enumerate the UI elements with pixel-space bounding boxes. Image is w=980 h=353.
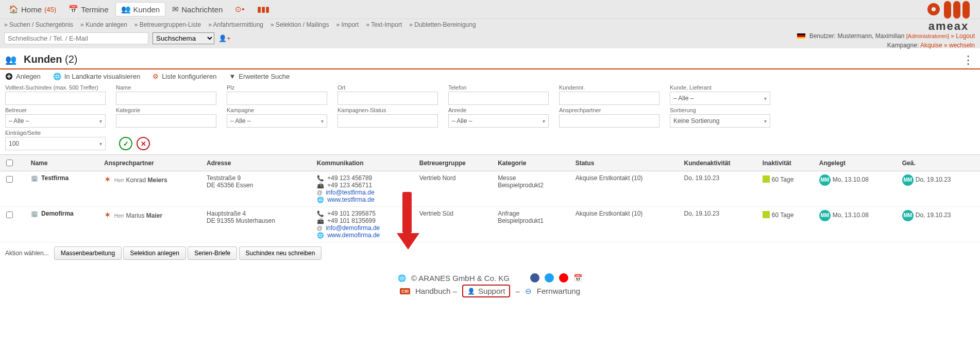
mail-icon: ✉ xyxy=(172,5,179,14)
users-icon: 👥 xyxy=(121,5,131,14)
tab-kunden[interactable]: 👥 Kunden xyxy=(115,2,166,16)
filter-select[interactable]: – Alle – xyxy=(448,114,549,128)
star-icon: ✶ xyxy=(104,175,111,184)
filter-select[interactable]: – Alle – xyxy=(227,114,327,128)
subnav-item[interactable]: » Selektion / Mailings xyxy=(271,21,329,28)
filter-label: Telefon xyxy=(448,84,549,91)
twitter-icon[interactable] xyxy=(545,273,554,283)
anlegen-button[interactable]: Anlegen xyxy=(5,73,41,80)
subnav-item[interactable]: » Import xyxy=(336,21,359,28)
table-row[interactable]: 🏢 Demofirma✶ Herr Marius MaierHauptstraß… xyxy=(0,207,980,242)
quick-search-input[interactable] xyxy=(4,32,148,44)
landkarte-button[interactable]: 🌐 In Landkarte visualisieren xyxy=(53,73,140,80)
filter-label: Plz xyxy=(227,84,327,91)
filter-input[interactable] xyxy=(337,114,438,128)
phone-icon: 📞 xyxy=(317,175,324,181)
filter-input[interactable] xyxy=(116,114,216,128)
row-checkbox[interactable] xyxy=(6,176,13,183)
filter-select[interactable]: – Alle – xyxy=(5,114,106,128)
filter-input[interactable] xyxy=(448,92,549,105)
filter-label: Kampagnen-Status xyxy=(337,107,438,113)
users-icon: 👥 xyxy=(5,54,16,65)
calendar-icon[interactable]: 📅 xyxy=(573,274,582,282)
search-schema-select[interactable]: Suchschema xyxy=(153,32,214,44)
column-header[interactable]: Angelegt xyxy=(815,155,898,171)
tab-label: Nachrichten xyxy=(181,5,223,14)
facebook-icon[interactable] xyxy=(530,273,539,283)
filter-label: Ansprechpartner xyxy=(559,107,660,113)
tab-extra1[interactable]: ⊙• xyxy=(229,2,250,16)
filter-label: Kunde, Lieferant xyxy=(670,84,770,91)
filter-input[interactable] xyxy=(559,92,660,105)
calendar-icon: 📅 xyxy=(69,5,78,14)
tab-label: Termine xyxy=(81,5,108,14)
action-button[interactable]: Massenbearbeitung xyxy=(54,246,122,260)
erweiterte-suche-button[interactable]: ▼ Erweiterte Suche xyxy=(229,73,290,80)
filter-label: Kundennr. xyxy=(559,84,660,91)
page-title: 👥 Kunden (2) xyxy=(5,54,77,65)
filter-input[interactable] xyxy=(116,92,216,105)
add-user-icon[interactable]: 👤+ xyxy=(218,34,231,42)
column-header[interactable]: Kundenaktivität xyxy=(680,155,758,171)
column-header[interactable]: Status xyxy=(571,155,680,171)
filter-input[interactable] xyxy=(559,114,660,128)
tab-nachrichten[interactable]: ✉ Nachrichten xyxy=(166,2,228,16)
youtube-icon[interactable] xyxy=(559,273,568,283)
subnav-item[interactable]: » Dubletten-Bereinigung xyxy=(409,21,476,28)
filter-label: Betreuer xyxy=(5,107,106,113)
column-header[interactable]: Inaktivität xyxy=(758,155,815,171)
brand-mini-icon: CIII xyxy=(400,288,410,294)
subnav-item[interactable]: » Betreuergruppen-Liste xyxy=(134,21,201,28)
column-header[interactable]: Betreuergruppe xyxy=(415,155,494,171)
subnav-item[interactable]: » Suchen / Suchergebnis xyxy=(4,21,73,28)
subnav-item[interactable]: » Text-Import xyxy=(366,21,402,28)
filter-label: Volltext-Suchindex (max. 500 Treffer) xyxy=(5,84,106,91)
at-icon: @ xyxy=(317,225,323,231)
column-header[interactable]: Adresse xyxy=(202,155,313,171)
avatar: MM xyxy=(902,174,914,186)
column-header[interactable]: Kategorie xyxy=(494,155,571,171)
filter-select[interactable]: Keine Sortierung xyxy=(670,114,770,128)
fax-icon: 📠 xyxy=(317,218,324,224)
fernwartung-link[interactable]: Fernwartung xyxy=(537,287,580,295)
action-button[interactable]: Serien-Briefe xyxy=(188,246,237,260)
filter-input[interactable] xyxy=(337,92,438,105)
support-link[interactable]: 👤 Support xyxy=(462,285,511,297)
tab-home[interactable]: 🏠 Home (45) xyxy=(3,2,62,16)
globe-icon: 🌐 xyxy=(317,232,324,238)
apply-filter-button[interactable]: ✓ xyxy=(119,137,132,150)
subnav-item[interactable]: » Anfahrtsermittlung xyxy=(208,21,263,28)
filter-select[interactable]: – Alle – xyxy=(670,92,770,105)
liste-konfig-button[interactable]: ⚙ Liste konfigurieren xyxy=(153,73,216,80)
main-tabs: 🏠 Home (45) 📅 Termine 👥 Kunden ✉ Nachric… xyxy=(3,2,275,16)
subnav-item[interactable]: » Kunde anlegen xyxy=(80,21,127,28)
tab-stats[interactable]: ▮▮▮ xyxy=(251,2,275,16)
email-link[interactable]: info@testfirma.de xyxy=(326,189,374,196)
row-checkbox[interactable] xyxy=(6,211,13,218)
email-link[interactable]: info@demofirma.de xyxy=(326,224,380,232)
wechseln-link[interactable]: » wechseln xyxy=(944,42,975,49)
column-header[interactable]: Kommunikation xyxy=(313,155,415,171)
tab-termine[interactable]: 📅 Termine xyxy=(63,2,114,16)
flag-icon xyxy=(797,33,805,39)
kebab-menu[interactable]: ⋮ xyxy=(962,54,973,67)
select-all-checkbox[interactable] xyxy=(6,160,13,166)
action-button[interactable]: Suchindex neu schreiben xyxy=(239,246,322,260)
clear-filter-button[interactable]: ✕ xyxy=(137,137,150,150)
footer: 🌐 © ARANES GmbH & Co. KG 📅 CIII Handbuch… xyxy=(0,264,980,315)
column-header[interactable]: Geä. xyxy=(898,155,980,171)
avatar: MM xyxy=(902,210,914,221)
web-link[interactable]: www.demofirma.de xyxy=(327,232,380,239)
column-header[interactable]: Ansprechpartner xyxy=(100,155,202,171)
logout-link[interactable]: » Logout xyxy=(951,32,975,40)
filter-input[interactable] xyxy=(5,92,106,105)
web-link[interactable]: www.testfirma.de xyxy=(327,196,374,203)
filter-select[interactable]: 100 xyxy=(5,137,106,150)
tab-label: Home xyxy=(21,5,42,14)
action-button[interactable]: Selektion anlegen xyxy=(123,246,185,260)
handbuch-link[interactable]: Handbuch – xyxy=(415,287,457,295)
filter-input[interactable] xyxy=(227,92,327,105)
table-row[interactable]: 🏢 Testfirma✶ Herr Konrad MeiersTeststraß… xyxy=(0,171,980,207)
column-header[interactable]: Name xyxy=(27,155,100,171)
filter-label: Kampagne xyxy=(227,107,327,113)
